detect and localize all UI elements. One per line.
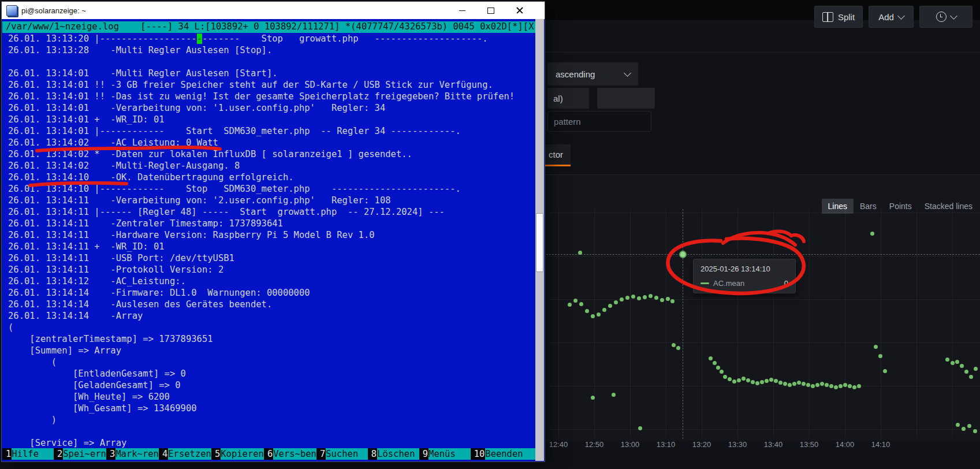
data-point bbox=[857, 384, 861, 388]
x-axis-tick: 13:30 bbox=[725, 440, 750, 449]
fn-key-9[interactable]: 9Menüs bbox=[419, 448, 471, 460]
data-point bbox=[960, 364, 964, 368]
gridline bbox=[916, 209, 917, 438]
data-point bbox=[792, 382, 796, 386]
gridline bbox=[547, 343, 980, 343]
data-point bbox=[951, 361, 955, 365]
maximize-button[interactable] bbox=[476, 2, 505, 19]
gridline bbox=[952, 209, 953, 438]
data-point bbox=[654, 296, 658, 300]
data-point bbox=[608, 304, 612, 308]
x-axis-tick: 13:10 bbox=[653, 440, 679, 449]
terminal-log-line: 26.01. 13:14:12 -AC_Leistung:. bbox=[8, 276, 535, 287]
gridline bbox=[594, 209, 595, 438]
minimize-button[interactable] bbox=[448, 2, 476, 19]
close-button[interactable] bbox=[505, 2, 534, 19]
data-point bbox=[839, 384, 843, 388]
terminal-log-line: ( bbox=[8, 356, 535, 368]
x-axis-tick: 13:40 bbox=[761, 440, 786, 449]
scrollbar-thumb[interactable] bbox=[536, 213, 543, 272]
data-point bbox=[579, 302, 583, 306]
gridline bbox=[547, 386, 980, 386]
x-axis-tick: 12:40 bbox=[546, 440, 571, 449]
terminal-log-line: 26.01. 13:14:14 -Firmware: DL1.0 Warnung… bbox=[8, 287, 535, 299]
fn-key-2[interactable]: 2Spei~ern bbox=[54, 448, 106, 460]
data-point bbox=[751, 380, 755, 384]
data-point bbox=[676, 346, 680, 350]
fn-key-3[interactable]: 3Mark~ren bbox=[106, 448, 159, 460]
hovered-data-point[interactable] bbox=[679, 251, 687, 258]
terminal-log-line: [zentralerTimestamp] => 1737893651 bbox=[8, 333, 535, 345]
terminal-log-line: 26.01. 13:13:20 |-----------------------… bbox=[8, 33, 535, 44]
terminal-log-line: [Wh_Heute] => 6200 bbox=[8, 391, 535, 403]
fn-key-7[interactable]: 7Suchen bbox=[316, 448, 368, 460]
terminal-log-line: 26.01. 13:14:11 -Verarbeitung von: '2.us… bbox=[8, 195, 535, 206]
data-point bbox=[614, 300, 618, 304]
gridline bbox=[773, 209, 774, 438]
data-point bbox=[612, 393, 616, 397]
gridline bbox=[881, 209, 881, 438]
terminal-log-line: 26.01. 13:14:10 |------------ Stop SDM63… bbox=[8, 183, 535, 195]
terminal-body[interactable]: /var/www/1~nzeige.log [----] 34 L:[10389… bbox=[2, 19, 535, 461]
data-point bbox=[962, 427, 966, 431]
gridline bbox=[547, 429, 980, 430]
fn-key-6[interactable]: 6Vers~ben bbox=[264, 448, 316, 460]
terminal-log-line: 26.01. 13:14:02 -AC_Leistung: 0 Watt bbox=[8, 137, 535, 148]
data-point bbox=[720, 370, 724, 374]
terminal-log-line: 26.01. 13:14:14 -Array bbox=[8, 310, 535, 322]
fn-key-5[interactable]: 5Kopieren bbox=[211, 448, 264, 460]
window-controls bbox=[448, 2, 534, 19]
data-point bbox=[649, 294, 653, 298]
data-point bbox=[737, 378, 741, 382]
gridline bbox=[845, 209, 845, 438]
fn-key-1[interactable]: 1Hilfe bbox=[2, 448, 54, 460]
terminal-log-line: [Service] => Array bbox=[8, 437, 535, 449]
data-point bbox=[578, 251, 582, 255]
data-point bbox=[585, 309, 589, 313]
fn-key-8[interactable]: 8Löschen bbox=[368, 448, 419, 460]
screen: Split Add ascending al) pattern ctor Lin… bbox=[0, 0, 980, 469]
terminal-log-line: [EntladenGesamt] => 0 bbox=[8, 368, 535, 379]
statusline-file-info: /var/www/1~nzeige.log [----] 34 L:[10389… bbox=[6, 21, 507, 33]
terminal-log-line: 26.01. 13:14:11 -Zentraler Timestamp: 17… bbox=[8, 218, 535, 229]
text-cursor: - bbox=[197, 34, 202, 44]
data-point bbox=[802, 382, 806, 386]
data-point bbox=[783, 382, 787, 386]
x-axis-tick: 13:50 bbox=[796, 440, 822, 449]
minimize-icon bbox=[459, 10, 465, 11]
terminal-log-line: 26.01. 13:14:01 |------------ Start SDM6… bbox=[8, 125, 535, 137]
scrollbar[interactable] bbox=[535, 19, 544, 461]
chart-plot-area[interactable]: 2025-01-26 13:14:10 AC.mean 0 12:4012:50… bbox=[545, 0, 980, 469]
data-point bbox=[811, 384, 815, 388]
data-point bbox=[637, 296, 641, 300]
gridline bbox=[547, 213, 980, 213]
fn-key-4[interactable]: 4Ersetzen bbox=[159, 448, 211, 460]
data-point bbox=[974, 367, 978, 371]
titlebar[interactable]: pi@solaranzeige: ~ bbox=[2, 2, 545, 19]
fn-key-10[interactable]: 10Beenden bbox=[471, 448, 535, 460]
terminal-log-line: 26.01. 13:14:11 + -WR_ID: 01 bbox=[8, 241, 535, 252]
x-axis-tick: 12:50 bbox=[582, 440, 607, 449]
gridline bbox=[809, 209, 810, 438]
x-axis-tick: 13:20 bbox=[689, 440, 714, 449]
data-point bbox=[765, 379, 769, 383]
terminal-log-line: 26.01. 13:14:01 !! -Das ist zu wenig! Is… bbox=[8, 91, 535, 102]
data-point bbox=[815, 383, 819, 387]
terminal-log-line bbox=[8, 426, 535, 437]
data-point bbox=[967, 424, 971, 428]
terminal-log-line: ( bbox=[8, 322, 535, 333]
data-point bbox=[878, 354, 882, 358]
gridline bbox=[547, 299, 980, 300]
data-point bbox=[760, 380, 764, 384]
terminal-log-line: 26.01. 13:14:11 |------ [Regler 48] ----… bbox=[8, 206, 535, 218]
gridline bbox=[630, 209, 631, 438]
data-point bbox=[591, 314, 595, 318]
data-point bbox=[848, 384, 852, 388]
crosshair-vertical bbox=[683, 209, 683, 439]
terminal-log-line: 26.01. 13:14:02 * -Daten zur lokalen Inf… bbox=[8, 148, 535, 160]
terminal-log-line: 26.01. 13:14:01 !! -3 GB freier Speicher… bbox=[8, 79, 535, 91]
terminal-log-line: 26.01. 13:14:11 -Hardware Version: Raspb… bbox=[8, 229, 535, 241]
terminal-log-line: [GeladenGesamt] => 0 bbox=[8, 379, 535, 391]
terminal-log-line: 26.01. 13:14:10 -OK. Datenübertragung er… bbox=[8, 172, 535, 183]
data-point bbox=[670, 299, 675, 303]
